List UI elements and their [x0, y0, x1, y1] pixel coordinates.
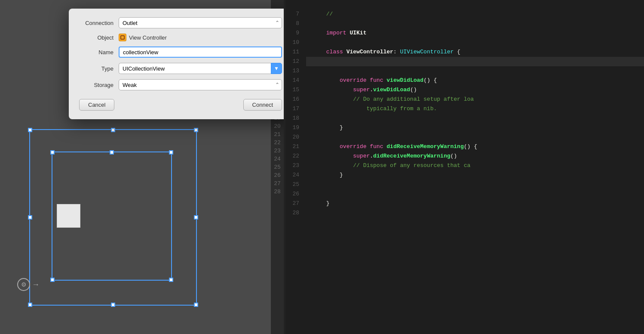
line-num-11: 11 — [292, 47, 299, 57]
code-line-viewdidload: override func viewDidLoad() { — [306, 66, 644, 76]
name-input[interactable] — [119, 46, 282, 58]
code-line-blank6 — [306, 170, 644, 180]
code-line-blank5 — [306, 123, 644, 133]
line-num-28: 28 — [292, 208, 299, 218]
inner-handle-br — [169, 278, 173, 282]
code-line-close-vdl: } — [306, 114, 644, 123]
object-value: View Controller — [129, 34, 167, 41]
code-panel: 7 8 9 10 11 12 13 14 15 16 17 18 19 20 2… — [285, 0, 644, 334]
type-row: Type ▼ — [79, 63, 282, 74]
connection-select-wrapper: Outlet Action ⌃ — [119, 17, 282, 28]
name-row: Name — [79, 46, 282, 58]
code-line-blank7 — [306, 180, 644, 189]
code-line-blank1 — [306, 9, 644, 19]
wire-arrow: → — [32, 280, 40, 289]
line-num-25: 25 — [292, 180, 299, 189]
code-line-comment-header: // — [306, 0, 644, 9]
name-label: Name — [79, 49, 113, 56]
storage-label: Storage — [79, 82, 113, 88]
line-num-15: 15 — [292, 85, 299, 95]
inner-handle-tl — [50, 150, 55, 155]
line-num-27: 27 — [292, 199, 299, 208]
object-icon — [119, 34, 126, 41]
storage-row: Storage Weak Strong ⌃ — [79, 79, 282, 90]
code-content: // import UIKit class ViewController: UI… — [303, 0, 644, 334]
type-label: Type — [79, 65, 113, 72]
vc-frame-inner — [52, 152, 172, 281]
handle-bm — [111, 303, 115, 307]
line-num-10: 10 — [292, 38, 299, 47]
line-num-20: 20 — [292, 133, 299, 142]
code-line-memory-warning: override func didReceiveMemoryWarning() … — [306, 133, 644, 142]
connection-control: Outlet Action ⌃ — [119, 17, 282, 28]
line-num-9: 9 — [296, 28, 299, 38]
handle-ml — [28, 215, 32, 220]
line-num-8: 8 — [296, 19, 299, 28]
handle-br — [194, 303, 198, 307]
type-dropdown-button[interactable]: ▼ — [271, 63, 282, 74]
code-line-blank8 — [306, 199, 644, 208]
object-row: Object View Controller — [79, 34, 282, 41]
object-display: View Controller — [119, 34, 282, 41]
vc-frame — [29, 129, 197, 306]
line-num-23: 23 — [292, 161, 299, 170]
type-input[interactable] — [119, 63, 271, 74]
line-num-18: 18 — [292, 114, 299, 123]
connection-label: Connection — [79, 20, 113, 26]
inner-handle-tr — [169, 150, 173, 155]
modal-dialog: Connection Outlet Action ⌃ Object — [69, 9, 284, 119]
line-num-14: 14 — [292, 76, 299, 85]
object-label: Object — [79, 34, 113, 41]
wire-icon: ⚙ — [17, 278, 30, 291]
line-num-22: 22 — [292, 152, 299, 161]
line-num-24: 24 — [292, 170, 299, 180]
connection-wire: ⚙ → — [17, 278, 40, 291]
type-row-control: ▼ — [119, 63, 282, 74]
code-line-class: class ViewController: UIViewController { — [306, 38, 644, 47]
line-number-column: 7 8 9 10 11 12 13 14 15 16 17 18 19 20 2… — [285, 0, 303, 334]
handle-tl — [28, 128, 32, 132]
storage-select-wrapper: Weak Strong ⌃ — [119, 79, 282, 90]
object-icon-inner — [120, 35, 125, 40]
type-dropdown-icon: ▼ — [274, 65, 279, 71]
canvas-area: ⚙ → 6 7 8 9 10 11 12 13 14 15 16 17 18 1… — [0, 0, 284, 334]
dialog-buttons: Cancel Connect — [79, 97, 282, 111]
ib-panel: ⚙ → 6 7 8 9 10 11 12 13 14 15 16 17 18 1… — [0, 0, 284, 334]
inner-handle-tm — [110, 150, 114, 155]
line-num-13: 13 — [292, 66, 299, 76]
line-num-7: 7 — [296, 9, 299, 19]
connection-row: Connection Outlet Action ⌃ — [79, 17, 282, 28]
handle-mr — [194, 215, 198, 220]
inner-handle-bl — [50, 278, 55, 282]
storage-select[interactable]: Weak Strong — [119, 79, 282, 90]
code-line-highlighted — [306, 57, 644, 66]
handle-tr — [194, 128, 198, 132]
line-num-21: 21 — [292, 142, 299, 152]
line-num-12: 12 — [292, 57, 299, 66]
line-num-17: 17 — [292, 104, 299, 114]
inner-box — [57, 204, 80, 228]
type-control: ▼ — [119, 63, 282, 74]
handle-tm — [111, 128, 115, 132]
cancel-button[interactable]: Cancel — [79, 99, 114, 111]
code-line-import: import UIKit — [306, 19, 644, 28]
line-num-19: 19 — [292, 123, 299, 133]
line-num-16: 16 — [292, 95, 299, 104]
storage-control: Weak Strong ⌃ — [119, 79, 282, 90]
line-num-26: 26 — [292, 189, 299, 199]
handle-bl — [28, 303, 32, 307]
connection-select[interactable]: Outlet Action — [119, 17, 282, 28]
code-line-close-class: } — [306, 189, 644, 199]
code-line-blank9 — [306, 208, 644, 218]
name-control — [119, 46, 282, 58]
connect-button[interactable]: Connect — [243, 99, 282, 111]
object-control: View Controller — [119, 34, 282, 41]
